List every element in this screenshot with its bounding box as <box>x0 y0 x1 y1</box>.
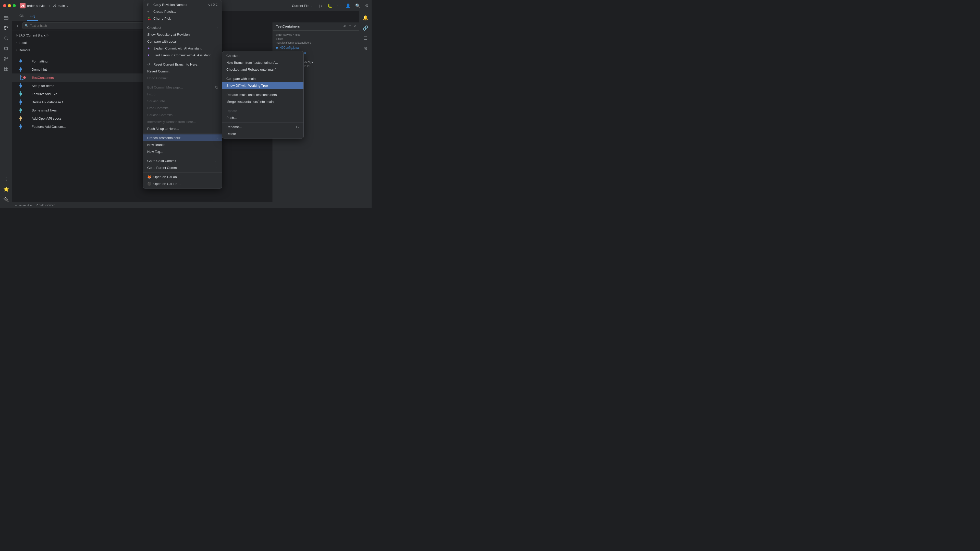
commit-row[interactable]: Setup for demo <box>12 82 155 90</box>
submenu-update[interactable]: Update <box>222 107 304 114</box>
menu-show-repo[interactable]: Show Repository at Revision <box>143 31 222 38</box>
menu-squash-into[interactable]: Squash Into… <box>143 98 222 105</box>
head-label: HEAD (Current Branch) <box>16 34 48 37</box>
svg-point-7 <box>7 58 8 59</box>
search-input[interactable] <box>30 24 142 27</box>
commit-row[interactable]: Feature: Add Exc… <box>12 90 155 98</box>
expand-icon[interactable]: ⌃ <box>348 24 352 28</box>
menu-cherry-pick[interactable]: 🍒 Cherry-Pick <box>143 15 222 22</box>
menu-compare-local[interactable]: Compare with Local <box>143 38 222 45</box>
menu-find-errors-ai[interactable]: ✦ Find Errors in Commit with AI Assistan… <box>143 52 222 59</box>
commit-label: Some small fixes <box>32 108 153 112</box>
menu-open-github[interactable]: ⚫ Open on GitHub… <box>143 180 222 187</box>
submenu-compare-main[interactable]: Compare with 'main' <box>222 75 304 82</box>
menu-explain-ai[interactable]: ✦ Explain Commit with AI Assistant <box>143 45 222 52</box>
submenu-checkout[interactable]: Checkout <box>222 52 304 59</box>
sidebar-icon-folder[interactable] <box>2 13 11 22</box>
commit-row[interactable]: Some small fixes <box>12 106 155 114</box>
submenu-show-diff[interactable]: Show Diff with Working Tree <box>222 82 304 89</box>
close-button[interactable] <box>3 4 6 7</box>
remote-label: Remote <box>19 48 30 52</box>
head-branch-item[interactable]: HEAD (Current Branch) <box>15 33 152 38</box>
local-branch-item[interactable]: › Local <box>15 40 152 45</box>
search-box[interactable]: 🔍 .* Cc <box>22 22 153 29</box>
commit-row[interactable]: Delete H2 database f… <box>12 98 155 106</box>
current-file-button[interactable]: Current File ⌄ <box>290 3 315 8</box>
context-menu-primary: ⎘ Copy Revision Number ⌥⇧⌘C + Create Pat… <box>143 0 222 189</box>
commit-row-testcontainers[interactable]: TestContainers <box>12 73 155 82</box>
separator <box>143 133 222 133</box>
menu-undo-commit[interactable]: Undo Commit… <box>143 75 222 82</box>
project-info: OS order-service › ⎇ main ⌄ › <box>20 3 72 8</box>
svg-rect-0 <box>4 17 8 20</box>
sidebar-icon-plugin[interactable]: 🔌 <box>2 195 11 204</box>
submenu-rebase-main-onto[interactable]: Rebase 'main' onto 'testcontainers' <box>222 91 304 98</box>
submenu-delete[interactable]: Delete <box>222 130 304 137</box>
menu-go-to-child[interactable]: Go to Child Commit ← <box>143 157 222 164</box>
menu-drop-commits[interactable]: Drop Commits <box>143 105 222 111</box>
eye-icon[interactable]: 👁 <box>343 24 347 28</box>
menu-go-to-parent[interactable]: Go to Parent Commit → <box>143 164 222 171</box>
submenu-checkout-rebase[interactable]: Checkout and Rebase onto 'main' <box>222 66 304 73</box>
submenu-new-branch-from[interactable]: New Branch from 'testcontainers'… <box>222 59 304 66</box>
search-global-icon[interactable]: 🔍 <box>355 3 360 8</box>
sidebar-icon-git[interactable] <box>2 24 11 33</box>
menu-squash-commits[interactable]: Squash Commits… <box>143 111 222 118</box>
remote-branch-item[interactable]: › Remote <box>15 48 152 53</box>
sidebar-icon-notification[interactable]: 🔔 <box>361 13 370 22</box>
menu-copy-revision[interactable]: ⎘ Copy Revision Number ⌥⇧⌘C <box>143 1 222 8</box>
sidebar-icon-search[interactable] <box>2 34 11 43</box>
close-icon[interactable]: ✕ <box>353 24 356 28</box>
expand-icon: › <box>16 41 17 44</box>
commit-row[interactable]: Add OpenAPI specs <box>12 114 155 122</box>
submenu-rename[interactable]: Rename… F2 <box>222 124 304 130</box>
github-icon: ⚫ <box>147 182 151 186</box>
sidebar-icon-bookmark[interactable]: ⭐ <box>2 185 11 194</box>
reset-icon: ↺ <box>147 62 151 66</box>
detail-file-h2: H2Config.java <box>276 45 356 50</box>
sidebar-icon-layers[interactable] <box>2 44 11 53</box>
tab-log[interactable]: Log <box>27 11 38 21</box>
svg-line-23 <box>21 79 24 80</box>
sidebar-icon-stack[interactable]: ☰ <box>361 34 370 43</box>
sidebar-icon-grid[interactable] <box>2 64 11 73</box>
minimize-button[interactable] <box>8 4 11 7</box>
account-icon[interactable]: 👤 <box>345 3 351 8</box>
maximize-button[interactable] <box>13 4 16 7</box>
sidebar-icon-branches[interactable] <box>2 54 11 63</box>
tab-git[interactable]: Git <box>16 11 27 21</box>
sidebar-icon-m[interactable]: m <box>361 44 370 53</box>
detail-header-icons: 👁 ⌃ ✕ <box>343 24 356 28</box>
panel-toolbar: ‹ 🔍 .* Cc <box>12 21 155 31</box>
settings-icon[interactable]: ⚙ <box>365 3 369 8</box>
submenu-merge-into-main[interactable]: Merge 'testcontainers' into 'main' <box>222 98 304 105</box>
cherry-icon: 🍒 <box>147 17 151 21</box>
menu-fixup[interactable]: Fixup… <box>143 91 222 98</box>
branch-group-remote: › Remote <box>12 46 155 54</box>
commit-label: TestContainers <box>32 76 153 79</box>
debug-icon[interactable]: 🐛 <box>327 3 332 8</box>
commit-row[interactable]: Feature: Add Custom… <box>12 122 155 130</box>
run-icon[interactable]: ▷ <box>320 3 323 8</box>
menu-new-branch[interactable]: New Branch… <box>143 141 222 148</box>
menu-push-all[interactable]: Push All up to Here… <box>143 125 222 132</box>
commit-row[interactable]: Demo hint <box>12 65 155 73</box>
menu-branch-testcontainers[interactable]: Branch 'testcontainers' <box>143 135 222 141</box>
sidebar-icon-more[interactable] <box>2 175 11 184</box>
menu-edit-message[interactable]: Edit Commit Message… F2 <box>143 84 222 91</box>
sidebar-icon-link[interactable]: 🔗 <box>361 24 370 33</box>
branch-list: HEAD (Current Branch) › Local › Remote <box>12 31 155 55</box>
submenu-push[interactable]: Push… <box>222 114 304 121</box>
back-icon[interactable]: ‹ <box>14 23 21 29</box>
menu-create-patch[interactable]: + Create Patch… <box>143 8 222 15</box>
menu-open-gitlab[interactable]: 🦊 Open on GitLab <box>143 173 222 180</box>
left-sidebar: ⭐ 🔌 <box>0 11 12 208</box>
menu-revert[interactable]: Revert Commit <box>143 68 222 75</box>
menu-new-tag[interactable]: New Tag… <box>143 148 222 155</box>
menu-interactive-rebase[interactable]: Interactively Rebase from Here… <box>143 118 222 125</box>
menu-checkout[interactable]: Checkout <box>143 24 222 31</box>
commit-label: Demo hint <box>32 68 153 71</box>
more-icon[interactable]: ⋯ <box>337 3 341 8</box>
menu-reset-branch[interactable]: ↺ Reset Current Branch to Here… <box>143 61 222 68</box>
commit-row[interactable]: Formatting <box>12 57 155 65</box>
